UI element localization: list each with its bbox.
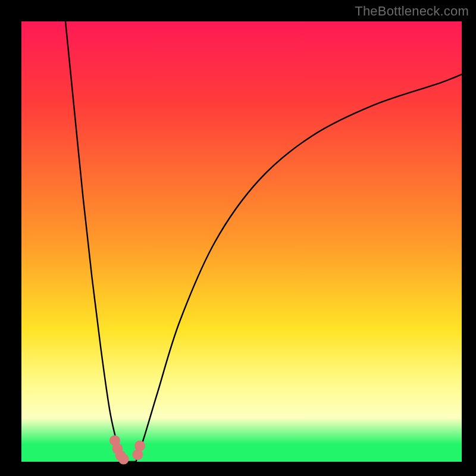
marker-group [109,435,145,464]
marker-dot [134,440,145,451]
watermark-text: TheBottleneck.com [355,4,469,19]
curve-right-branch [136,74,462,462]
marker-dot [118,454,129,465]
curve-left-branch [65,21,123,462]
chart-frame: TheBottleneck.com [0,0,476,476]
chart-svg [21,21,462,462]
plot-area [21,21,462,462]
